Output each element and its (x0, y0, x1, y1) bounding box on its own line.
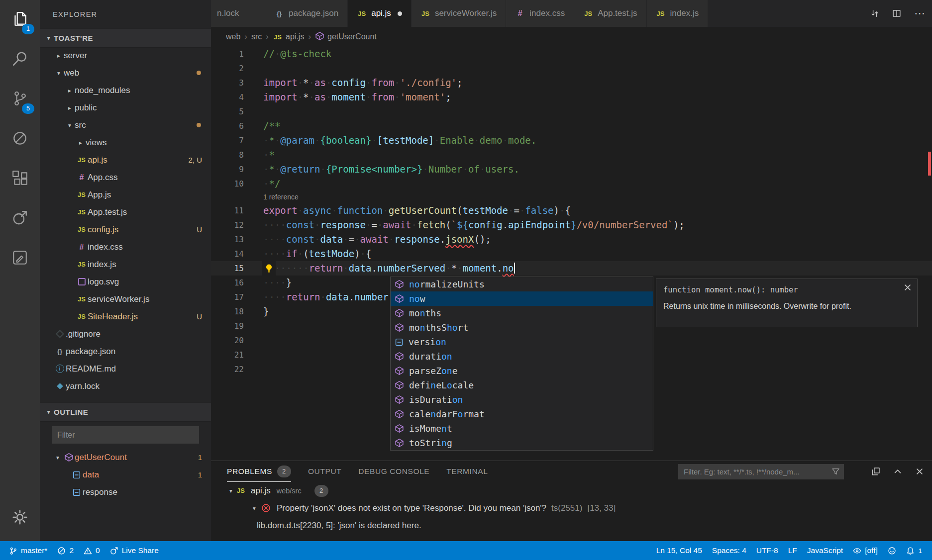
activity-search-button[interactable] (0, 40, 40, 80)
error-count[interactable]: 2 (52, 541, 79, 560)
suggestion-definelocale[interactable]: defineLocale (391, 378, 653, 392)
tree-item-siteheader-js[interactable]: JSSiteHeader.jsU (40, 308, 211, 325)
language-mode[interactable]: JavaScript (802, 541, 848, 560)
code-line-2[interactable]: 2 (211, 61, 932, 76)
lightbulb-icon[interactable] (262, 261, 276, 276)
tree-item-views[interactable]: ▸views (40, 134, 211, 151)
cursor-position[interactable]: Ln 15, Col 45 (651, 541, 707, 560)
panel-tab-terminal[interactable]: TERMINAL (446, 461, 488, 482)
code-line-3[interactable]: 3import·*·as·config·from·'./config'; (211, 76, 932, 90)
collapse-all-icon[interactable] (871, 467, 880, 476)
code-line-8[interactable]: 8·* (211, 148, 932, 162)
suggestion-parsezone[interactable]: parseZone (391, 364, 653, 378)
warning-count[interactable]: 0 (79, 541, 105, 560)
tree-item-logo-svg[interactable]: logo.svg (40, 273, 211, 290)
tree-item-readme-md[interactable]: iREADME.md (40, 360, 211, 377)
tab-index-js[interactable]: JSindex.js (647, 0, 709, 27)
split-editor-icon[interactable] (892, 9, 901, 18)
tree-item-node-modules[interactable]: ▸node_modules (40, 82, 211, 99)
tree-item-web[interactable]: ▾web (40, 64, 211, 82)
workspace-section-header[interactable]: ▾ TOAST'RE (40, 29, 211, 47)
eol[interactable]: LF (783, 541, 802, 560)
suggestion-isduration[interactable]: isDuration (391, 392, 653, 407)
tree-item-gitignore[interactable]: .gitignore (40, 325, 211, 343)
tree-item-app-js[interactable]: JSApp.js (40, 186, 211, 203)
encoding[interactable]: UTF-8 (751, 541, 783, 560)
tab-n-lock[interactable]: n.lock (211, 0, 265, 27)
outline-item-response[interactable]: response (40, 483, 211, 501)
tree-item-yarn-lock[interactable]: yarn.lock (40, 377, 211, 395)
activity-extensions-button[interactable] (0, 159, 40, 199)
breadcrumb-web[interactable]: web (226, 32, 240, 41)
outline-item-getusercount[interactable]: ▾getUserCount1 (40, 449, 211, 466)
code-line-1[interactable]: 1//·@ts-check (211, 47, 932, 61)
screencast-toggle[interactable]: [off] (848, 541, 883, 560)
outline-section-header[interactable]: ▾ OUTLINE (40, 403, 211, 421)
tree-item-package-json[interactable]: {}package.json (40, 343, 211, 360)
suggestion-monthsshort[interactable]: monthsShort (391, 320, 653, 335)
activity-files-button[interactable]: 1 (0, 0, 40, 40)
compare-changes-icon[interactable] (870, 9, 879, 18)
codelens-references[interactable]: 1 reference (211, 191, 932, 203)
tree-item-config-js[interactable]: JSconfig.jsU (40, 221, 211, 238)
code-line-9[interactable]: 9·*·@return·{Promise<number>}·Number·of·… (211, 162, 932, 177)
outline-item-data[interactable]: data1 (40, 466, 211, 483)
suggestion-tostring[interactable]: toString (391, 436, 653, 450)
code-line-14[interactable]: 14····if·(testMode)·{ (211, 247, 932, 261)
tree-item-serviceworker-js[interactable]: JSserviceWorker.js (40, 290, 211, 308)
tab-index-css[interactable]: #index.css (506, 0, 574, 27)
more-actions-icon[interactable]: ⋯ (914, 9, 925, 18)
settings-button[interactable] (0, 498, 40, 538)
notifications[interactable]: 1 (901, 541, 927, 560)
code-line-5[interactable]: 5 (211, 104, 932, 119)
close-panel-icon[interactable] (915, 467, 924, 476)
code-line-4[interactable]: 4import·*·as·moment·from·'moment'; (211, 90, 932, 104)
code-line-7[interactable]: 7·*·@param·{boolean}·[testMode]·Enable·d… (211, 133, 932, 148)
tab-api-js[interactable]: JSapi.js (348, 0, 412, 27)
problems-file-row[interactable]: ▾JSapi.jsweb/src2 (211, 482, 932, 499)
outline-filter-input[interactable] (52, 426, 199, 444)
code-line-10[interactable]: 10·*/ (211, 177, 932, 191)
breadcrumb-src[interactable]: src (251, 32, 262, 41)
code-line-6[interactable]: 6/** (211, 119, 932, 133)
breadcrumb-getusercount[interactable]: getUserCount (315, 31, 377, 43)
panel-tab-problems[interactable]: PROBLEMS2 (227, 461, 291, 482)
suggestion-ismoment[interactable]: isMoment (391, 421, 653, 436)
tree-item-index-js[interactable]: JSindex.js (40, 256, 211, 273)
git-branch-status[interactable]: master* (4, 541, 52, 560)
breadcrumb-api-js[interactable]: JSapi.js (273, 32, 304, 41)
tree-item-api-js[interactable]: JSapi.js2, U (40, 151, 211, 169)
code-line-13[interactable]: 13····const·data·=·await·response.jsonX(… (211, 232, 932, 247)
code-line-15[interactable]: 15········return·data.numberServed·*·mom… (211, 261, 932, 276)
indentation[interactable]: Spaces: 4 (707, 541, 751, 560)
panel-tab-debug-console[interactable]: DEBUG CONSOLE (358, 461, 429, 482)
suggestion-duration[interactable]: duration (391, 349, 653, 364)
suggestion-months[interactable]: months (391, 306, 653, 320)
close-icon[interactable] (903, 283, 912, 294)
activity-source-control-button[interactable]: 5 (0, 80, 40, 119)
tree-item-app-css[interactable]: #App.css (40, 169, 211, 186)
tree-item-server[interactable]: ▸server (40, 47, 211, 64)
maximize-panel-icon[interactable] (893, 467, 902, 476)
problems-filter-input[interactable] (678, 464, 844, 479)
tab-serviceworker-js[interactable]: JSserviceWorker.js (412, 0, 506, 27)
tab-package-json[interactable]: {}package.json (265, 0, 348, 27)
code-line-11[interactable]: 11export·async·function·getUserCount(tes… (211, 203, 932, 218)
tab-app-test-js[interactable]: JSApp.test.js (574, 0, 646, 27)
tree-item-src[interactable]: ▾src (40, 116, 211, 134)
feedback[interactable] (883, 541, 901, 560)
suggestion-calendarformat[interactable]: calendarFormat (391, 407, 653, 421)
suggestion-version[interactable]: version (391, 335, 653, 349)
activity-pencil-box-button[interactable] (0, 239, 40, 279)
tree-item-public[interactable]: ▸public (40, 99, 211, 116)
activity-live-share-button[interactable] (0, 199, 40, 239)
problem-error-row[interactable]: ▾Property 'jsonX' does not exist on type… (211, 499, 932, 517)
code-line-12[interactable]: 12····const·response·=·await·fetch(`${co… (211, 218, 932, 232)
suggestion-now[interactable]: now (391, 291, 653, 306)
activity-debug-button[interactable] (0, 119, 40, 159)
tree-item-app-test-js[interactable]: JSApp.test.js (40, 203, 211, 221)
live-share-status[interactable]: Live Share (105, 541, 164, 560)
panel-tab-output[interactable]: OUTPUT (308, 461, 341, 482)
suggestion-normalizeunits[interactable]: normalizeUnits (391, 277, 653, 291)
problem-related-row[interactable]: lib.dom.d.ts[2230, 5]: 'json' is declare… (211, 517, 932, 534)
